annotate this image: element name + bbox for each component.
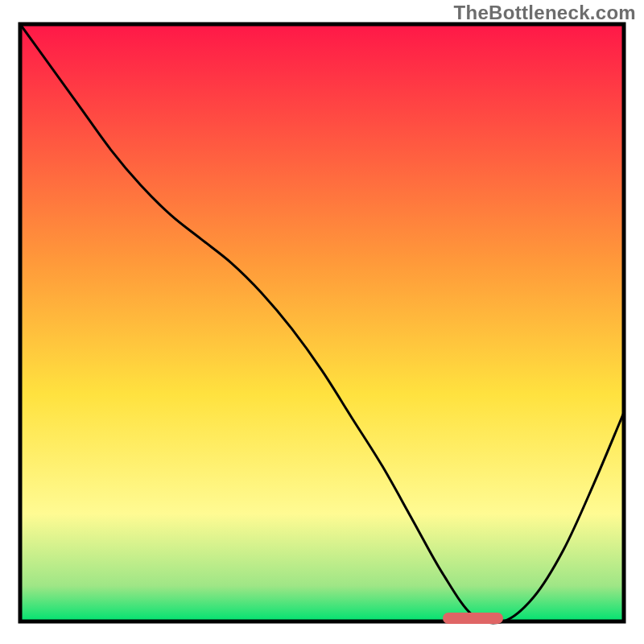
bottleneck-chart: TheBottleneck.com <box>0 0 644 644</box>
watermark-label: TheBottleneck.com <box>454 2 636 24</box>
plot-background <box>20 24 624 621</box>
chart-svg <box>0 0 644 644</box>
optimal-range-marker <box>443 613 503 624</box>
